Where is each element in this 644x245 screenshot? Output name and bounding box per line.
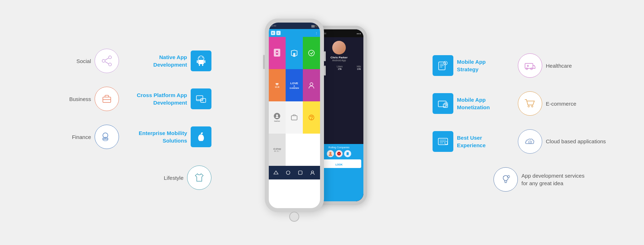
phone-front: 10:00 ▓▓ ⬛ B ● ⋮: [265, 19, 324, 212]
service-cross-platform-label: Cross Platform AppDevelopment: [130, 91, 187, 106]
svg-point-37: [311, 171, 314, 173]
svg-point-0: [109, 56, 111, 59]
category-lifestyle: Lifestyle: [158, 175, 183, 181]
left-section: Social Native AppDevelopment: [11, 49, 211, 196]
svg-rect-9: [197, 60, 198, 63]
center-phones: 9:41 AM ●●● Chris Parker Android App App…: [243, 11, 401, 234]
healthcare-icon-circle: [518, 53, 542, 78]
right-row-1: Mobile AppStrategy Healthcare: [433, 53, 633, 78]
svg-point-25: [103, 139, 108, 141]
mobile-strategy-label: Mobile AppStrategy: [457, 58, 504, 73]
right-section: Mobile AppStrategy Healthcare: [433, 53, 633, 192]
cross-platform-icon-box: [191, 88, 211, 109]
svg-point-54: [531, 106, 533, 107]
briefcase-icon: [100, 92, 113, 105]
svg-rect-28: [293, 53, 295, 57]
svg-point-20: [203, 102, 204, 102]
idea-icon-circle: [493, 167, 518, 192]
right-row-2: Mobile AppMonetization E-commerce: [433, 91, 633, 116]
apple-icon: [195, 131, 207, 143]
category-ecommerce: E-commerce: [546, 101, 610, 107]
category-healthcare: Healthcare: [546, 63, 610, 69]
svg-point-1: [102, 59, 105, 62]
main-container: Social Native AppDevelopment: [0, 0, 644, 245]
svg-rect-6: [198, 60, 204, 64]
service-native-app-label: Native AppDevelopment: [130, 53, 187, 68]
svg-point-26: [329, 152, 331, 154]
right-row-4: App development servicesfor any great id…: [493, 167, 633, 192]
svg-line-4: [105, 62, 109, 64]
social-icon-circle: [95, 49, 119, 73]
enterprise-icon-box: [191, 126, 211, 147]
category-finance: Finance: [66, 134, 91, 140]
svg-point-31: [276, 115, 278, 116]
finance-icon-circle: [95, 125, 119, 149]
mobile-strategy-icon-box: [433, 55, 453, 76]
svg-rect-8: [202, 64, 203, 66]
cart-icon: [524, 97, 536, 110]
svg-line-3: [105, 58, 109, 60]
share-icon: [100, 54, 113, 67]
svg-rect-36: [299, 171, 302, 174]
mobile-monetization-label: Mobile AppMonetization: [457, 96, 504, 111]
svg-point-27: [276, 52, 278, 53]
strategy-icon: [437, 59, 449, 72]
svg-rect-17: [196, 96, 203, 101]
svg-point-29: [309, 50, 314, 56]
svg-point-35: [286, 171, 290, 174]
right-row-3: Best UserExperience Cloud based applicat…: [433, 129, 633, 154]
business-icon-circle: [95, 87, 119, 111]
svg-rect-38: [439, 62, 445, 70]
ecommerce-icon-circle: [518, 91, 542, 116]
svg-point-2: [109, 63, 111, 66]
svg-point-30: [310, 83, 313, 86]
tshirt-icon: [193, 171, 206, 184]
category-cloud: Cloud based applications: [546, 138, 610, 145]
android-icon: [195, 55, 207, 67]
lifestyle-icon-circle: [187, 165, 211, 190]
category-business: Business: [66, 96, 91, 102]
svg-point-53: [528, 106, 529, 107]
category-app-dev: App development servicesfor any great id…: [521, 172, 586, 187]
left-row-1: Social Native AppDevelopment: [11, 49, 211, 73]
ambulance-icon: [524, 59, 536, 72]
svg-rect-7: [199, 64, 200, 66]
ux-icon: [437, 135, 449, 148]
left-row-4: Lifestyle: [11, 165, 211, 190]
user-experience-label: Best UserExperience: [457, 134, 504, 149]
left-row-3: Finance Enterprise MobilitySolutions: [11, 125, 211, 149]
devices-icon: [195, 93, 207, 105]
idea-icon: [499, 173, 512, 186]
cloud-icon: [524, 135, 536, 148]
user-experience-icon-box: [433, 131, 453, 152]
mobile-monetization-icon-box: [433, 93, 453, 114]
svg-point-59: [445, 141, 448, 144]
coins-icon: [100, 130, 113, 143]
native-app-icon-box: [191, 51, 211, 71]
monetize-icon: [437, 97, 449, 110]
svg-point-34: [311, 119, 312, 120]
category-social: Social: [66, 58, 91, 64]
cloud-icon-circle: [518, 129, 542, 154]
service-enterprise-label: Enterprise MobilitySolutions: [130, 129, 187, 144]
left-row-2: Business Cross Platform AppDevelopment: [11, 87, 211, 111]
svg-rect-10: [204, 60, 205, 63]
svg-rect-32: [291, 116, 297, 120]
